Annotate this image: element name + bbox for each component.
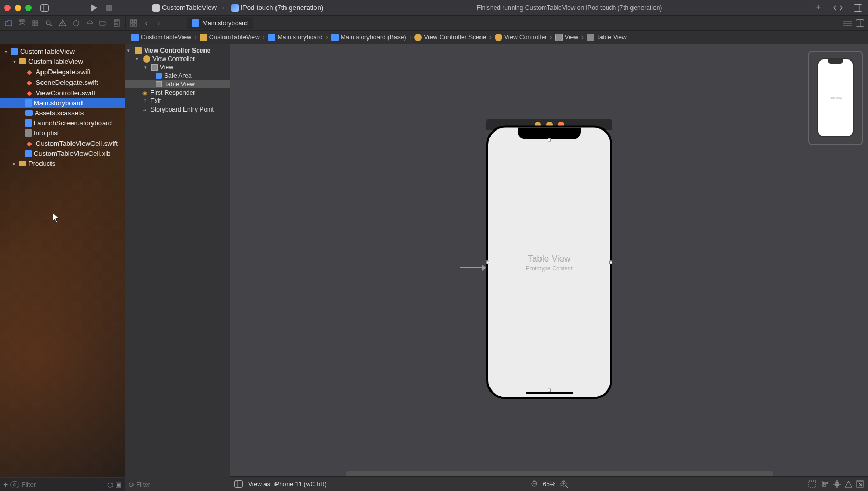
viewcontroller-icon	[495, 34, 502, 41]
nav-file-scenedelegate[interactable]: ◆ SceneDelegate.swift	[0, 77, 125, 87]
outline-viewcontroller[interactable]: ▾ View Controller	[125, 55, 230, 63]
zoom-in-icon[interactable]	[560, 480, 568, 488]
report-navigator-icon[interactable]	[111, 18, 122, 28]
tableview-canvas-object[interactable]: Table View Prototype Content	[488, 127, 610, 397]
outline-scene[interactable]: ▾ View Controller Scene	[125, 46, 230, 55]
toggle-outline-icon[interactable]	[234, 480, 243, 488]
recent-filter-icon[interactable]: ◷	[107, 480, 113, 488]
scheme-selector[interactable]: CustomTableView › iPod touch (7th genera…	[149, 3, 326, 13]
selection-handle[interactable]	[486, 260, 489, 264]
test-navigator-icon[interactable]	[71, 18, 81, 28]
disclosure-triangle-icon[interactable]: ▸	[12, 161, 17, 166]
zoom-out-icon[interactable]	[530, 480, 538, 488]
go-back-button[interactable]: ‹	[140, 17, 152, 29]
storyboard-entry-arrow-icon[interactable]	[460, 263, 486, 273]
run-button[interactable]	[88, 2, 100, 14]
view-as-label[interactable]: View as: iPhone 11 (wC hR)	[248, 480, 327, 488]
outline-view[interactable]: ▾ View	[125, 63, 230, 72]
nav-file-appdelegate[interactable]: ◆ AppDelegate.swift	[0, 66, 125, 77]
selection-handle[interactable]	[609, 260, 612, 264]
nav-file-infoplist[interactable]: Info.plist	[0, 128, 125, 138]
swift-file-icon: ◆	[25, 67, 34, 76]
disclosure-triangle-icon[interactable]: ▾	[3, 48, 8, 54]
library-button[interactable]: +	[812, 2, 824, 14]
disclosure-triangle-icon[interactable]: ▾	[136, 56, 141, 62]
zoom-level[interactable]: 65%	[543, 480, 555, 488]
project-navigator-icon[interactable]	[3, 18, 14, 28]
svg-line-56	[859, 483, 862, 486]
adjust-editor-icon[interactable]	[854, 17, 866, 29]
nav-file-customcellxib[interactable]: CustomTableViewCell.xib	[0, 148, 125, 158]
svg-rect-29	[130, 24, 133, 26]
jump-item-group[interactable]: CustomTableView	[198, 34, 262, 41]
nav-file-launchscreen[interactable]: LaunchScreen.storyboard	[0, 118, 125, 128]
scm-filter-icon[interactable]: ▣	[115, 480, 121, 488]
nav-group[interactable]: ▾ CustomTableView	[0, 56, 125, 66]
code-review-button[interactable]	[832, 2, 844, 14]
align-icon[interactable]	[821, 480, 829, 488]
svg-marker-22	[100, 21, 106, 25]
issue-navigator-icon[interactable]	[57, 18, 68, 28]
disclosure-triangle-icon[interactable]: ▾	[12, 58, 17, 64]
view-icon	[151, 64, 158, 71]
canvas-minimap[interactable]: Table View	[808, 51, 863, 145]
find-navigator-icon[interactable]	[44, 18, 54, 28]
nav-file-assets[interactable]: Assets.xcassets	[0, 108, 125, 118]
nav-file-customcellswift[interactable]: ◆ CustomTableViewCell.swift	[0, 138, 125, 148]
nav-file-mainstoryboard[interactable]: Main.storyboard	[0, 98, 125, 108]
breakpoint-navigator-icon[interactable]	[98, 18, 108, 28]
jump-item-scene[interactable]: View Controller Scene	[412, 34, 488, 41]
navigator-filter-input[interactable]	[22, 481, 105, 488]
add-icon[interactable]: +	[3, 480, 8, 489]
outline-tableview[interactable]: Table View	[125, 80, 230, 88]
outline-firstresponder[interactable]: ◉ First Responder	[125, 88, 230, 97]
disclosure-triangle-icon[interactable]: ▾	[144, 65, 149, 70]
add-constraints-icon[interactable]	[833, 480, 841, 488]
source-control-navigator-icon[interactable]	[17, 18, 27, 28]
go-forward-button[interactable]: ›	[153, 17, 165, 29]
disclosure-triangle-icon[interactable]: ▾	[127, 48, 132, 53]
storyboard-icon	[268, 34, 275, 41]
jump-item-tableview[interactable]: Table View	[585, 34, 629, 41]
assets-icon	[25, 110, 33, 116]
jump-item-project[interactable]: CustomTableView	[129, 34, 193, 41]
jump-item-vc[interactable]: View Controller	[493, 34, 549, 41]
nav-project-root[interactable]: ▾ CustomTableView	[0, 46, 125, 56]
svg-rect-47	[809, 481, 816, 487]
zoom-window-button[interactable]	[25, 5, 32, 11]
storyboard-file-icon	[25, 99, 32, 107]
storyboard-file-icon	[192, 19, 199, 27]
jump-bar[interactable]: CustomTableView › CustomTableView › Main…	[0, 31, 868, 44]
jump-item-view[interactable]: View	[553, 34, 580, 41]
editor-tab[interactable]: Main.storyboard	[187, 17, 253, 29]
symbol-navigator-icon[interactable]	[30, 18, 41, 28]
editor-options-icon[interactable]	[842, 17, 853, 29]
update-frames-icon[interactable]	[808, 480, 816, 488]
selection-handle[interactable]	[548, 388, 551, 392]
jump-item-file[interactable]: Main.storyboard	[266, 34, 325, 41]
nav-products-group[interactable]: ▸ Products	[0, 158, 125, 168]
minimap-scene[interactable]: Table View	[817, 58, 854, 137]
related-items-icon[interactable]	[128, 17, 139, 29]
tableview-placeholder-title: Table View	[528, 253, 571, 264]
selection-handle[interactable]	[548, 138, 551, 141]
interface-builder-canvas[interactable]: Table View Prototype Content Table View …	[230, 44, 868, 491]
debug-navigator-icon[interactable]	[85, 18, 95, 28]
close-window-button[interactable]	[4, 5, 11, 11]
nav-file-viewcontroller[interactable]: ◆ ViewController.swift	[0, 87, 125, 98]
window-controls	[4, 5, 32, 11]
outline-filter-input[interactable]	[136, 481, 227, 488]
stop-button[interactable]	[103, 2, 115, 14]
filter-scope-icon[interactable]: ⊙	[10, 481, 19, 488]
toggle-sidebar-icon[interactable]	[39, 2, 50, 14]
outline-entrypoint[interactable]: → Storyboard Entry Point	[125, 105, 230, 114]
outline-safearea[interactable]: Safe Area	[125, 72, 230, 80]
outline-exit[interactable]: ⤴ Exit	[125, 97, 230, 105]
embed-in-icon[interactable]	[856, 480, 864, 488]
resolve-constraints-icon[interactable]	[845, 480, 852, 488]
horizontal-scrollbar[interactable]	[346, 471, 773, 476]
tableview-icon	[587, 34, 594, 41]
jump-item-base[interactable]: Main.storyboard (Base)	[329, 34, 409, 41]
minimize-window-button[interactable]	[15, 5, 21, 11]
toggle-inspector-icon[interactable]	[852, 2, 864, 14]
